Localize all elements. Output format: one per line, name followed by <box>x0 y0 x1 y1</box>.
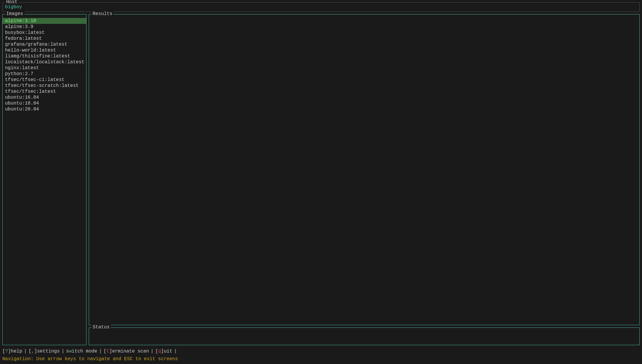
help-bracket-open: [ <box>2 349 5 354</box>
host-label: Host <box>5 0 19 5</box>
help-label: help <box>11 349 22 354</box>
status-panel: Status <box>89 327 640 345</box>
terminate-key[interactable]: t <box>106 349 109 354</box>
settings-key[interactable]: , <box>31 349 34 354</box>
sep1: | <box>24 349 27 354</box>
quit-key[interactable]: q <box>158 349 161 354</box>
image-item[interactable]: ubuntu:16.04 <box>3 95 86 100</box>
terminate-bracket-open: [ <box>104 349 106 354</box>
image-item[interactable]: liamg/thisisfine:latest <box>3 53 86 59</box>
images-panel: Images alpine:3.10alpine:3.9busybox:late… <box>2 14 86 345</box>
sep2: | <box>61 349 64 354</box>
navigation-bar: Navigation: Use arrow keys to navigate a… <box>0 355 642 364</box>
settings-bracket-close: ] <box>34 349 37 354</box>
results-panel: Results <box>89 14 640 325</box>
results-status-column: Results Status <box>89 14 640 345</box>
image-item[interactable]: python:2.7 <box>3 71 86 77</box>
host-section: Host bigboy <box>2 2 640 12</box>
image-item[interactable]: localstack/localstack:latest <box>3 59 86 65</box>
results-content <box>89 14 639 325</box>
image-item[interactable]: busybox:latest <box>3 30 86 36</box>
image-item[interactable]: tfsec/tfsec-ci:latest <box>3 77 86 83</box>
navigation-text: Navigation: Use arrow keys to navigate a… <box>2 356 178 362</box>
status-label: Status <box>91 325 111 330</box>
sep3: | <box>99 349 102 354</box>
help-key[interactable]: ? <box>5 349 8 354</box>
settings-label: settings <box>37 349 60 354</box>
sep4: | <box>151 349 154 354</box>
help-bracket-close: ] <box>8 349 11 354</box>
image-item[interactable]: alpine:3.10 <box>3 18 86 24</box>
keybindings-bar: [?] help | [,] settings | switch mode | … <box>0 346 642 355</box>
image-item[interactable]: grafana/grafana:latest <box>3 42 86 47</box>
images-label: Images <box>5 11 24 16</box>
main-panels: Images alpine:3.10alpine:3.9busybox:late… <box>2 14 640 345</box>
switch-suffix: itch mode <box>72 349 97 354</box>
images-list[interactable]: alpine:3.10alpine:3.9busybox:latestfedor… <box>3 17 86 345</box>
quit-label: uit <box>164 349 172 354</box>
image-item[interactable]: fedora:latest <box>3 36 86 42</box>
terminate-bracket-close: ] <box>109 349 112 354</box>
switch-key[interactable]: w <box>69 349 72 354</box>
image-item[interactable]: nginx:latest <box>3 65 86 71</box>
results-label: Results <box>91 11 114 16</box>
settings-bracket-open: [ <box>29 349 32 354</box>
host-value: bigboy <box>5 4 637 10</box>
image-item[interactable]: tfsec/tfsec:latest <box>3 89 86 95</box>
sep5: | <box>174 349 177 354</box>
terminate-label: erminate scan <box>112 349 149 354</box>
image-item[interactable]: tfsec/tfsec-scratch:latest <box>3 83 86 89</box>
image-item[interactable]: hello-world:latest <box>3 47 86 53</box>
quit-bracket-open: [ <box>155 349 158 354</box>
image-item[interactable]: ubuntu:20.04 <box>3 106 86 112</box>
quit-bracket-close: ] <box>161 349 164 354</box>
image-item[interactable]: alpine:3.9 <box>3 24 86 30</box>
switch-prefix: s <box>66 349 69 354</box>
image-item[interactable]: ubuntu:18.04 <box>3 100 86 106</box>
status-content <box>89 328 639 332</box>
